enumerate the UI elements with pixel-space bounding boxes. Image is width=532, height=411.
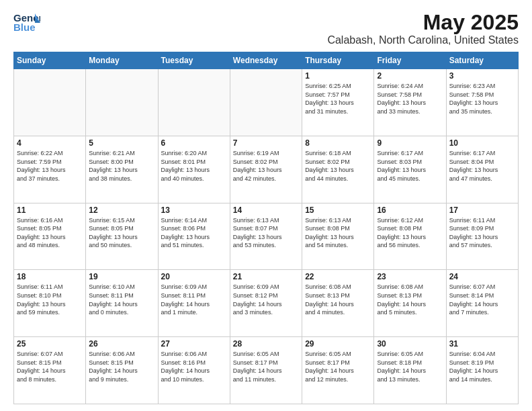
calendar-cell: 6Sunrise: 6:20 AMSunset: 8:01 PMDaylight… (158, 136, 230, 203)
calendar-cell: 14Sunrise: 6:13 AMSunset: 8:07 PMDayligh… (230, 203, 302, 270)
calendar-table: Sunday Monday Tuesday Wednesday Thursday… (13, 52, 519, 404)
week-row-2: 4Sunrise: 6:22 AMSunset: 7:59 PMDaylight… (14, 136, 519, 203)
day-info: Sunrise: 6:08 AMSunset: 8:13 PMDaylight:… (305, 283, 371, 316)
calendar-cell: 9Sunrise: 6:17 AMSunset: 8:03 PMDaylight… (374, 136, 446, 203)
calendar-cell: 30Sunrise: 6:05 AMSunset: 8:18 PMDayligh… (374, 337, 446, 404)
day-number: 23 (377, 272, 443, 281)
calendar-cell: 28Sunrise: 6:05 AMSunset: 8:17 PMDayligh… (230, 337, 302, 404)
day-info: Sunrise: 6:11 AMSunset: 8:10 PMDaylight:… (17, 283, 83, 316)
calendar-cell: 12Sunrise: 6:15 AMSunset: 8:05 PMDayligh… (86, 203, 158, 270)
day-info: Sunrise: 6:08 AMSunset: 8:13 PMDaylight:… (377, 283, 443, 316)
calendar-cell: 16Sunrise: 6:12 AMSunset: 8:08 PMDayligh… (374, 203, 446, 270)
day-info: Sunrise: 6:10 AMSunset: 8:11 PMDaylight:… (89, 283, 154, 316)
day-number: 31 (449, 339, 515, 349)
day-number: 1 (305, 71, 371, 81)
day-info: Sunrise: 6:14 AMSunset: 8:06 PMDaylight:… (161, 216, 227, 250)
calendar-cell: 10Sunrise: 6:17 AMSunset: 8:04 PMDayligh… (446, 136, 518, 203)
calendar-cell: 24Sunrise: 6:07 AMSunset: 8:14 PMDayligh… (446, 270, 518, 337)
day-number: 22 (305, 272, 371, 281)
calendar-cell: 3Sunrise: 6:23 AMSunset: 7:58 PMDaylight… (446, 69, 518, 136)
logo: General Blue (13, 11, 40, 35)
day-number: 13 (161, 205, 227, 215)
day-number: 9 (377, 138, 443, 148)
day-number: 6 (161, 138, 227, 148)
calendar-cell (86, 69, 158, 136)
day-number: 21 (233, 272, 299, 281)
day-info: Sunrise: 6:18 AMSunset: 8:02 PMDaylight:… (305, 149, 371, 183)
calendar-cell: 29Sunrise: 6:05 AMSunset: 8:17 PMDayligh… (302, 337, 374, 404)
day-number: 10 (449, 138, 515, 148)
day-number: 2 (377, 71, 443, 81)
day-info: Sunrise: 6:07 AMSunset: 8:15 PMDaylight:… (17, 350, 83, 383)
day-number: 18 (17, 272, 83, 281)
calendar-cell: 21Sunrise: 6:09 AMSunset: 8:12 PMDayligh… (230, 270, 302, 337)
day-info: Sunrise: 6:06 AMSunset: 8:15 PMDaylight:… (89, 350, 154, 383)
logo-icon: General Blue (13, 11, 40, 35)
header-tuesday: Tuesday (158, 52, 230, 69)
day-number: 11 (17, 205, 83, 215)
day-info: Sunrise: 6:05 AMSunset: 8:17 PMDaylight:… (233, 350, 299, 383)
title-block: May 2025 Calabash, North Carolina, Unite… (327, 11, 519, 46)
header-sunday: Sunday (14, 52, 86, 69)
calendar-cell: 20Sunrise: 6:09 AMSunset: 8:11 PMDayligh… (158, 270, 230, 337)
day-number: 24 (449, 272, 515, 281)
page: General Blue May 2025 Calabash, North Ca… (0, 0, 532, 411)
calendar-cell: 1Sunrise: 6:25 AMSunset: 7:57 PMDaylight… (302, 69, 374, 136)
week-row-5: 25Sunrise: 6:07 AMSunset: 8:15 PMDayligh… (14, 337, 519, 404)
calendar-cell: 2Sunrise: 6:24 AMSunset: 7:58 PMDaylight… (374, 69, 446, 136)
day-info: Sunrise: 6:07 AMSunset: 8:14 PMDaylight:… (449, 283, 515, 316)
calendar-cell: 22Sunrise: 6:08 AMSunset: 8:13 PMDayligh… (302, 270, 374, 337)
day-info: Sunrise: 6:21 AMSunset: 8:00 PMDaylight:… (89, 149, 154, 183)
day-info: Sunrise: 6:23 AMSunset: 7:58 PMDaylight:… (449, 82, 515, 116)
day-info: Sunrise: 6:13 AMSunset: 8:08 PMDaylight:… (305, 216, 371, 250)
day-info: Sunrise: 6:05 AMSunset: 8:18 PMDaylight:… (377, 350, 443, 383)
calendar-cell: 25Sunrise: 6:07 AMSunset: 8:15 PMDayligh… (14, 337, 86, 404)
calendar-cell: 26Sunrise: 6:06 AMSunset: 8:15 PMDayligh… (86, 337, 158, 404)
day-number: 16 (377, 205, 443, 215)
day-info: Sunrise: 6:24 AMSunset: 7:58 PMDaylight:… (377, 82, 443, 116)
day-number: 17 (449, 205, 515, 215)
calendar-cell: 17Sunrise: 6:11 AMSunset: 8:09 PMDayligh… (446, 203, 518, 270)
day-info: Sunrise: 6:06 AMSunset: 8:16 PMDaylight:… (161, 350, 227, 383)
day-info: Sunrise: 6:20 AMSunset: 8:01 PMDaylight:… (161, 149, 227, 183)
calendar-cell: 19Sunrise: 6:10 AMSunset: 8:11 PMDayligh… (86, 270, 158, 337)
svg-text:Blue: Blue (13, 21, 36, 33)
calendar-cell: 15Sunrise: 6:13 AMSunset: 8:08 PMDayligh… (302, 203, 374, 270)
calendar-cell: 5Sunrise: 6:21 AMSunset: 8:00 PMDaylight… (86, 136, 158, 203)
day-number: 8 (305, 138, 371, 148)
day-info: Sunrise: 6:11 AMSunset: 8:09 PMDaylight:… (449, 216, 515, 250)
day-number: 15 (305, 205, 371, 215)
day-number: 25 (17, 339, 83, 349)
day-info: Sunrise: 6:22 AMSunset: 7:59 PMDaylight:… (17, 149, 83, 183)
day-info: Sunrise: 6:16 AMSunset: 8:05 PMDaylight:… (17, 216, 83, 250)
day-info: Sunrise: 6:09 AMSunset: 8:12 PMDaylight:… (233, 283, 299, 316)
calendar-cell: 8Sunrise: 6:18 AMSunset: 8:02 PMDaylight… (302, 136, 374, 203)
day-info: Sunrise: 6:17 AMSunset: 8:04 PMDaylight:… (449, 149, 515, 183)
week-row-1: 1Sunrise: 6:25 AMSunset: 7:57 PMDaylight… (14, 69, 519, 136)
day-number: 20 (161, 272, 227, 281)
header: General Blue May 2025 Calabash, North Ca… (13, 11, 519, 46)
day-info: Sunrise: 6:05 AMSunset: 8:17 PMDaylight:… (305, 350, 371, 383)
day-info: Sunrise: 6:17 AMSunset: 8:03 PMDaylight:… (377, 149, 443, 183)
calendar-cell: 27Sunrise: 6:06 AMSunset: 8:16 PMDayligh… (158, 337, 230, 404)
calendar-cell: 11Sunrise: 6:16 AMSunset: 8:05 PMDayligh… (14, 203, 86, 270)
day-number: 12 (89, 205, 154, 215)
calendar-cell: 18Sunrise: 6:11 AMSunset: 8:10 PMDayligh… (14, 270, 86, 337)
day-info: Sunrise: 6:13 AMSunset: 8:07 PMDaylight:… (233, 216, 299, 250)
day-number: 5 (89, 138, 154, 148)
day-number: 29 (305, 339, 371, 349)
day-number: 28 (233, 339, 299, 349)
calendar-title: May 2025 (327, 11, 519, 34)
week-row-4: 18Sunrise: 6:11 AMSunset: 8:10 PMDayligh… (14, 270, 519, 337)
header-friday: Friday (374, 52, 446, 69)
calendar-subtitle: Calabash, North Carolina, United States (327, 34, 519, 46)
day-number: 19 (89, 272, 154, 281)
day-info: Sunrise: 6:09 AMSunset: 8:11 PMDaylight:… (161, 283, 227, 316)
header-wednesday: Wednesday (230, 52, 302, 69)
calendar-cell: 7Sunrise: 6:19 AMSunset: 8:02 PMDaylight… (230, 136, 302, 203)
calendar-cell: 4Sunrise: 6:22 AMSunset: 7:59 PMDaylight… (14, 136, 86, 203)
day-number: 14 (233, 205, 299, 215)
day-info: Sunrise: 6:15 AMSunset: 8:05 PMDaylight:… (89, 216, 154, 250)
day-number: 30 (377, 339, 443, 349)
calendar-cell: 23Sunrise: 6:08 AMSunset: 8:13 PMDayligh… (374, 270, 446, 337)
